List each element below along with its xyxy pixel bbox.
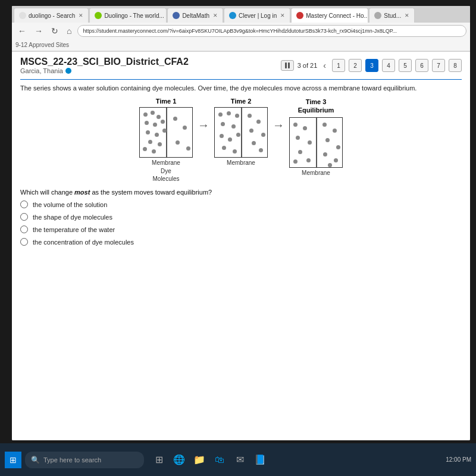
- tab-close-4[interactable]: ✕: [280, 12, 285, 18]
- prev-question-arrow[interactable]: ‹: [321, 61, 328, 70]
- address-input[interactable]: [77, 25, 466, 37]
- answer-option-2[interactable]: the shape of dye molecules: [20, 213, 462, 221]
- dot: [155, 133, 159, 137]
- radio-2[interactable]: [20, 213, 28, 221]
- tab-duolingo[interactable]: Duolingo - The world... ✕: [89, 8, 167, 23]
- tab-mastery[interactable]: Mastery Connect - Ho... ✕: [291, 8, 368, 23]
- tab-label-5: Mastery Connect - Ho...: [306, 12, 368, 19]
- tab-close-1[interactable]: ✕: [79, 12, 83, 18]
- dot: [256, 120, 261, 124]
- arrow-1: →: [198, 98, 209, 132]
- dot: [249, 129, 253, 133]
- diagram-box-2: [214, 107, 268, 158]
- q-num-1[interactable]: 1: [332, 59, 345, 72]
- tab-close-6[interactable]: ✕: [405, 12, 409, 18]
- dye-label-1: Dye Molecules: [152, 167, 179, 183]
- taskbar: ⊞ 🔍 Type here to search ⊞ 🌐 📁 🛍 ✉ 📘 12:0…: [0, 443, 476, 476]
- edge-icon: 🌐: [173, 454, 185, 465]
- taskbar-icon-teams[interactable]: 📘: [251, 451, 269, 469]
- membrane-label-1: Membrane: [152, 159, 180, 166]
- dot: [334, 158, 338, 162]
- tab-label-6: Stud...: [384, 12, 401, 19]
- answer-option-3[interactable]: the temperature of the water: [20, 226, 462, 233]
- answer-label-3: the temperature of the water: [33, 226, 115, 233]
- dot: [145, 121, 149, 125]
- dot: [261, 133, 265, 137]
- dot: [176, 140, 180, 145]
- dot: [303, 126, 307, 130]
- teams-icon: 📘: [254, 454, 266, 465]
- question-count: 3 of 21: [298, 62, 318, 69]
- q-num-8[interactable]: 8: [449, 59, 462, 72]
- start-button[interactable]: ⊞: [5, 452, 21, 468]
- answer-option-4[interactable]: the concentration of dye molecules: [20, 238, 462, 246]
- tab-icon-2: [95, 12, 102, 19]
- tab-stud[interactable]: Stud... ✕: [369, 8, 415, 23]
- refresh-button[interactable]: ↻: [49, 25, 61, 37]
- home-button[interactable]: ⌂: [64, 25, 74, 37]
- tab-label-3: DeltaMath: [182, 12, 209, 19]
- tab-close-3[interactable]: ✕: [213, 12, 218, 18]
- dot: [325, 138, 330, 142]
- pause-button[interactable]: [281, 60, 294, 71]
- store-icon: 🛍: [215, 455, 224, 465]
- time3-label: Time 3Equilibrium: [298, 98, 334, 115]
- radio-1[interactable]: [20, 201, 28, 208]
- taskbar-icon-folder[interactable]: 📁: [190, 451, 208, 469]
- taskbar-icon-mail[interactable]: ✉: [231, 451, 249, 469]
- address-bar: ← → ↻ ⌂: [12, 23, 470, 39]
- tab-deltamath[interactable]: DeltaMath ✕: [167, 8, 223, 23]
- answer-label-4: the concentration of dye molecules: [33, 239, 134, 246]
- tab-label-4: Clever | Log in: [239, 12, 277, 19]
- dot: [151, 111, 155, 115]
- tab-icon-1: [19, 12, 26, 19]
- answer-option-1[interactable]: the volume of the solution: [20, 201, 462, 208]
- dot: [183, 126, 187, 130]
- tab-label-2: Duolingo - The world...: [104, 12, 164, 19]
- diagram-box-1: [139, 107, 193, 158]
- dot: [248, 114, 252, 118]
- tab-icon-4: [229, 12, 236, 19]
- search-placeholder: Type here to search: [43, 456, 101, 464]
- dot: [296, 136, 300, 140]
- monitor-screen: duolingo - Search ✕ Duolingo - The world…: [12, 6, 470, 440]
- dot: [220, 134, 224, 138]
- forward-button[interactable]: →: [32, 25, 45, 37]
- dot: [227, 111, 231, 115]
- q-num-3[interactable]: 3: [365, 59, 378, 72]
- taskbar-icon-store[interactable]: 🛍: [211, 451, 228, 469]
- back-button[interactable]: ←: [15, 25, 29, 37]
- dot: [323, 152, 327, 156]
- dot: [236, 133, 240, 137]
- arrow-2: →: [273, 98, 284, 132]
- q-num-2[interactable]: 2: [349, 59, 362, 72]
- dot: [143, 112, 148, 117]
- dot: [333, 129, 337, 133]
- dot: [336, 145, 340, 149]
- diagram-time2: Time 2: [214, 98, 268, 166]
- tray-time: 12:00 PM: [446, 456, 471, 463]
- dot: [259, 148, 263, 152]
- tab-clever[interactable]: Clever | Log in ✕: [224, 8, 290, 23]
- page-content: MSCS_22-23_SCI_BIO_District_CFA2 Garcia,…: [12, 52, 470, 440]
- tab-duolingo-search[interactable]: duolingo - Search ✕: [14, 8, 89, 23]
- taskbar-icon-grid[interactable]: ⊞: [150, 451, 168, 469]
- student-name: Garcia, Thania: [20, 67, 63, 74]
- q-num-5[interactable]: 5: [399, 59, 412, 72]
- taskbar-search[interactable]: 🔍 Type here to search: [25, 452, 144, 468]
- bookmark-item[interactable]: 9-12 Approved Sites: [15, 42, 69, 48]
- page-title-block: MSCS_22-23_SCI_BIO_District_CFA2 Garcia,…: [20, 57, 189, 74]
- q-num-4[interactable]: 4: [382, 59, 395, 72]
- q-num-7[interactable]: 7: [432, 59, 445, 72]
- dot: [158, 142, 162, 146]
- radio-4[interactable]: [20, 238, 28, 246]
- dot: [162, 129, 167, 133]
- taskbar-icon-edge[interactable]: 🌐: [170, 451, 188, 469]
- q-num-6[interactable]: 6: [415, 59, 428, 72]
- membrane-line-1: [166, 108, 167, 157]
- dot: [308, 140, 312, 145]
- dot: [143, 147, 147, 151]
- question-nav-area: 3 of 21 ‹ 1 2 3 4 5 6 7 8: [281, 59, 462, 72]
- radio-3[interactable]: [20, 226, 28, 233]
- question-prompt: Which will change most as the system mov…: [20, 189, 462, 196]
